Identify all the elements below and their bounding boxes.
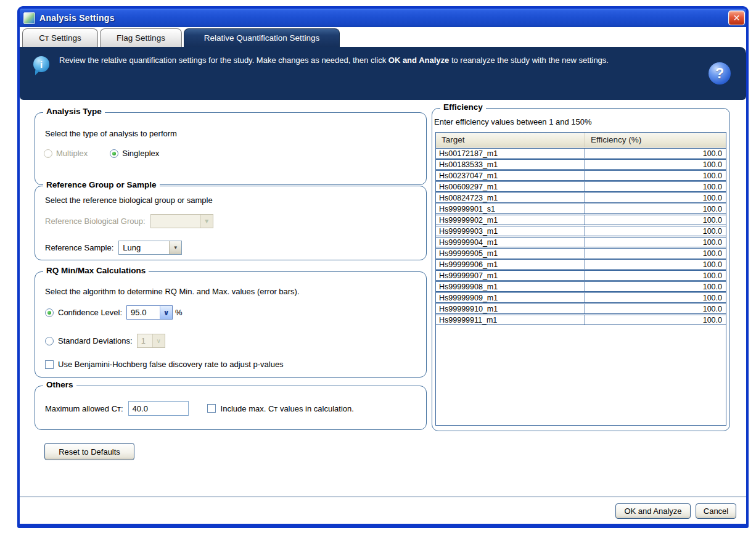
target-cell: Hs99999911_m1 — [436, 315, 585, 324]
group-title: Others — [43, 380, 76, 389]
table-row[interactable]: Hs99999905_m1100.0 — [436, 248, 726, 258]
reference-sample-combo[interactable]: Lung ▼ — [118, 241, 182, 255]
table-row[interactable]: Hs99999904_m1100.0 — [436, 237, 726, 247]
confidence-level-label: Confidence Level: — [58, 308, 122, 317]
include-max-ct-label: Include max. Cᴛ values in calculation. — [221, 404, 354, 413]
titlebar[interactable]: Analysis Settings ✕ — [20, 9, 746, 27]
chevron-down-icon: ∨ — [152, 334, 165, 347]
target-cell: Hs99999909_m1 — [436, 293, 585, 302]
table-row[interactable]: Hs00609297_m1100.0 — [436, 181, 726, 192]
multiplex-label: Multiplex — [56, 149, 88, 158]
target-cell: Hs99999901_s1 — [436, 204, 585, 213]
efficiency-value-cell[interactable]: 100.0 — [585, 182, 726, 191]
efficiency-value-cell[interactable]: 100.0 — [585, 293, 726, 302]
table-row[interactable]: Hs99999908_m1100.0 — [436, 281, 726, 292]
app-icon — [23, 12, 35, 24]
group-title: Reference Group or Sample — [43, 180, 160, 189]
group-title: RQ Min/Max Calculations — [43, 266, 149, 275]
table-row[interactable]: Hs99999906_m1100.0 — [436, 259, 726, 270]
efficiency-value-cell[interactable]: 100.0 — [585, 160, 726, 169]
standard-deviations-combo: 1 ∨ — [137, 334, 165, 348]
efficiency-value-cell[interactable]: 100.0 — [585, 204, 726, 213]
target-cell: Hs99999907_m1 — [436, 271, 585, 280]
efficiency-value-cell[interactable]: 100.0 — [585, 215, 726, 225]
standard-deviations-radio[interactable] — [45, 337, 54, 345]
target-cell: Hs99999910_m1 — [436, 304, 585, 313]
tab-bar: Cᴛ Settings Flag Settings Relative Quant… — [20, 27, 746, 47]
reset-to-defaults-button[interactable]: Reset to Defaults — [44, 443, 134, 460]
table-row[interactable]: Hs99999911_m1100.0 — [436, 315, 726, 325]
window-title: Analysis Settings — [39, 13, 115, 23]
efficiency-value-cell[interactable]: 100.0 — [585, 249, 726, 258]
table-row[interactable]: Hs00824723_m1100.0 — [436, 192, 726, 203]
table-row[interactable]: Hs99999902_m1100.0 — [436, 215, 726, 225]
efficiency-value-cell[interactable]: 100.0 — [585, 149, 726, 158]
efficiency-value-cell[interactable]: 100.0 — [585, 315, 726, 324]
table-row[interactable]: Hs99999901_s1100.0 — [436, 204, 726, 214]
efficiency-description: Enter efficiency values between 1 and 15… — [434, 117, 592, 126]
instruction-banner: i Review the relative quantification set… — [20, 47, 746, 100]
benjamini-hochberg-label: Use Benjamini-Hochberg false discovery r… — [58, 360, 284, 369]
include-max-ct-checkbox[interactable] — [207, 404, 216, 413]
efficiency-table-body: Hs00172187_m1100.0Hs00183533_m1100.0Hs00… — [436, 147, 726, 425]
target-cell: Hs00609297_m1 — [436, 182, 585, 191]
efficiency-value-cell[interactable]: 100.0 — [585, 171, 726, 180]
efficiency-value-cell[interactable]: 100.0 — [585, 238, 726, 247]
benjamini-hochberg-checkbox[interactable] — [45, 360, 54, 369]
chevron-down-icon: ▼ — [200, 215, 213, 228]
table-row[interactable]: Hs00172187_m1100.0 — [436, 148, 726, 159]
singleplex-label: Singleplex — [122, 149, 159, 158]
table-row[interactable]: Hs99999903_m1100.0 — [436, 226, 726, 236]
reference-biological-group-combo: ▼ — [150, 214, 213, 228]
reference-sample-label: Reference Sample: — [45, 243, 113, 252]
close-icon: ✕ — [733, 13, 741, 23]
efficiency-value-cell[interactable]: 100.0 — [585, 304, 726, 313]
reference-group: Reference Group or Sample Select the ref… — [35, 186, 427, 260]
tab-label: Cᴛ Settings — [39, 33, 81, 43]
chevron-down-icon[interactable]: ▼ — [169, 241, 181, 254]
target-cell: Hs99999903_m1 — [436, 226, 585, 236]
close-button[interactable]: ✕ — [728, 10, 745, 25]
others-group: Others Maximum allowed Cᴛ: Include max. … — [35, 386, 427, 430]
table-row[interactable]: Hs99999910_m1100.0 — [436, 304, 726, 314]
target-column-header: Target — [436, 133, 585, 147]
reference-biological-group-label: Reference Biological Group: — [45, 217, 146, 226]
rq-minmax-group: RQ Min/Max Calculations Select the algor… — [35, 271, 427, 378]
confidence-level-radio[interactable] — [45, 308, 54, 317]
group-title: Efficiency — [440, 102, 486, 112]
efficiency-value-cell[interactable]: 100.0 — [585, 282, 726, 291]
target-cell: Hs00824723_m1 — [436, 193, 585, 202]
efficiency-value-cell[interactable]: 100.0 — [585, 260, 726, 269]
efficiency-group: Efficiency Enter efficiency values betwe… — [432, 108, 730, 431]
percent-label: % — [175, 308, 183, 317]
target-cell: Hs99999902_m1 — [436, 215, 585, 225]
maximum-allowed-ct-input[interactable] — [128, 401, 189, 416]
efficiency-value-cell[interactable]: 100.0 — [585, 226, 726, 236]
tab-label: Flag Settings — [117, 33, 165, 43]
cancel-button[interactable]: Cancel — [696, 503, 736, 519]
tab-label: Relative Quantification Settings — [204, 33, 320, 43]
reference-description: Select the reference biological group or… — [45, 196, 213, 205]
tab-flag-settings[interactable]: Flag Settings — [100, 28, 182, 47]
multiplex-radio — [44, 149, 52, 158]
ok-and-analyze-button[interactable]: OK and Analyze — [615, 503, 691, 519]
question-mark-icon: ? — [715, 65, 724, 82]
target-cell: Hs99999906_m1 — [436, 260, 585, 269]
table-row[interactable]: Hs00183533_m1100.0 — [436, 159, 726, 170]
efficiency-value-cell[interactable]: 100.0 — [585, 193, 726, 202]
target-cell: Hs00172187_m1 — [436, 149, 585, 158]
singleplex-radio[interactable] — [110, 149, 118, 158]
help-button[interactable]: ? — [709, 62, 731, 85]
confidence-level-combo[interactable]: 95.0 ∨ — [126, 305, 173, 320]
info-balloon-icon: i — [33, 56, 49, 72]
banner-bold-text: OK and Analyze — [388, 56, 449, 65]
efficiency-column-header: Efficiency (%) — [585, 133, 726, 147]
target-cell: Hs99999904_m1 — [436, 238, 585, 247]
table-row[interactable]: Hs99999907_m1100.0 — [436, 270, 726, 281]
tab-relative-quantification-settings[interactable]: Relative Quantification Settings — [184, 28, 340, 47]
table-row[interactable]: Hs00237047_m1100.0 — [436, 170, 726, 181]
tab-ct-settings[interactable]: Cᴛ Settings — [22, 28, 98, 47]
table-row[interactable]: Hs99999909_m1100.0 — [436, 292, 726, 303]
efficiency-value-cell[interactable]: 100.0 — [585, 271, 726, 280]
chevron-down-icon[interactable]: ∨ — [160, 306, 172, 319]
